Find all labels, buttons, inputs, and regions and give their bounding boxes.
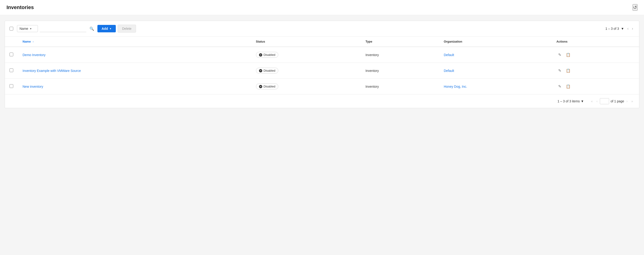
col-status-header: Status [251, 37, 361, 47]
row-type-cell: Inventory [361, 79, 439, 94]
delete-label: Delete [122, 27, 131, 31]
row-type-cell: Inventory [361, 47, 439, 63]
edit-button[interactable]: ✎ [556, 83, 563, 90]
row-type-value: Inventory [366, 53, 379, 57]
row-org-cell: Default [439, 63, 552, 79]
toolbar-next-button[interactable]: › [630, 26, 634, 32]
col-name-header[interactable]: Name ↑ [18, 37, 251, 47]
history-button[interactable]: ↺ [632, 4, 638, 11]
search-button[interactable]: 🔍 [88, 25, 96, 32]
filter-select-label: Name [20, 27, 28, 31]
row-name-link[interactable]: Inventory Example with VMWare Source [22, 69, 81, 73]
filter-chevron-icon: ▼ [30, 28, 32, 30]
toolbar-count: 1 – 3 of 3 [606, 27, 619, 31]
row-status-cell: Disabled [251, 63, 361, 79]
row-name-cell: Inventory Example with VMWare Source [18, 63, 251, 79]
row-type-cell: Inventory [361, 63, 439, 79]
delete-button[interactable]: Delete [118, 25, 136, 33]
copy-button[interactable]: 📋 [564, 68, 572, 74]
table-row: Demo Inventory Disabled Inventory Defaul… [5, 47, 639, 63]
select-all-checkbox[interactable] [10, 27, 13, 31]
toolbar: Name ▼ 🔍 Add ▼ Delete 1 – 3 of 3 ▼ ‹ › [5, 21, 639, 37]
row-name-link[interactable]: Demo Inventory [22, 53, 46, 57]
row-org-link[interactable]: Default [444, 53, 454, 57]
col-name-label: Name [22, 40, 31, 43]
col-type-label: Type [366, 40, 372, 43]
footer-page-nav: « ‹ 1 of 1 page › » [590, 98, 634, 104]
edit-button[interactable]: ✎ [556, 52, 563, 58]
footer-first-button[interactable]: « [590, 98, 594, 104]
row-type-value: Inventory [366, 85, 379, 88]
col-actions-label: Actions [556, 40, 568, 43]
footer-page-input-wrapper: 1 of 1 page [600, 98, 624, 104]
add-button[interactable]: Add ▼ [98, 25, 116, 32]
col-org-label: Organization [444, 40, 462, 43]
row-checkbox-2[interactable] [10, 84, 13, 88]
table-container: Name ▼ 🔍 Add ▼ Delete 1 – 3 of 3 ▼ ‹ › [5, 21, 639, 108]
row-status-cell: Disabled [251, 79, 361, 94]
footer-count-label: 1 – 3 of 3 items [558, 99, 580, 103]
toolbar-nav: ‹ › [626, 26, 634, 32]
row-name-link[interactable]: New inventory [22, 85, 43, 88]
row-org-link[interactable]: Default [444, 69, 454, 73]
row-org-cell: Default [439, 47, 552, 63]
footer-of-page-label: of 1 page [610, 99, 624, 103]
table-row: New inventory Disabled Inventory Honey D… [5, 79, 639, 94]
table-body: Demo Inventory Disabled Inventory Defaul… [5, 47, 639, 94]
footer-pagination: 1 – 3 of 3 items ▼ « ‹ 1 of 1 page › » [5, 94, 639, 108]
col-actions-header: Actions [552, 37, 639, 47]
page-title: Inventories [6, 5, 34, 11]
add-label: Add [102, 27, 108, 31]
row-name-cell: New inventory [18, 79, 251, 94]
toolbar-prev-button[interactable]: ‹ [626, 26, 630, 32]
row-checkbox-1[interactable] [10, 68, 13, 72]
row-checkbox-cell [5, 63, 18, 79]
footer-next-button[interactable]: › [625, 98, 629, 104]
row-checkbox-0[interactable] [10, 53, 13, 56]
copy-button[interactable]: 📋 [564, 83, 572, 90]
main-content: Name ▼ 🔍 Add ▼ Delete 1 – 3 of 3 ▼ ‹ › [0, 15, 644, 114]
col-status-label: Status [256, 40, 265, 43]
footer-last-button[interactable]: » [630, 98, 634, 104]
toolbar-pagination: 1 – 3 of 3 ▼ ‹ › [606, 26, 634, 32]
table-header: Name ↑ Status Type Organization Actions [5, 37, 639, 47]
edit-button[interactable]: ✎ [556, 68, 563, 74]
search-input[interactable] [40, 25, 86, 32]
footer-count-chevron: ▼ [581, 99, 584, 103]
row-org-link[interactable]: Honey Dog, Inc. [444, 85, 467, 88]
footer-page-input[interactable]: 1 [600, 98, 609, 104]
status-label: Disabled [264, 53, 276, 57]
row-org-cell: Honey Dog, Inc. [439, 79, 552, 94]
status-dot-icon [259, 53, 262, 57]
copy-button[interactable]: 📋 [564, 52, 572, 58]
status-label: Disabled [264, 85, 276, 88]
col-org-header: Organization [439, 37, 552, 47]
status-dot-icon [259, 85, 262, 88]
status-label: Disabled [264, 69, 276, 72]
sort-icon: ↑ [32, 40, 34, 43]
row-checkbox-cell [5, 47, 18, 63]
status-badge: Disabled [256, 84, 278, 89]
toolbar-count-chevron: ▼ [621, 27, 624, 31]
status-badge: Disabled [256, 68, 278, 74]
footer-items-count: 1 – 3 of 3 items ▼ [558, 99, 584, 103]
row-actions-cell: ✎ 📋 [552, 47, 639, 63]
row-actions-cell: ✎ 📋 [552, 63, 639, 79]
row-actions-cell: ✎ 📋 [552, 79, 639, 94]
col-type-header: Type [361, 37, 439, 47]
footer-prev-button[interactable]: ‹ [595, 98, 599, 104]
row-type-value: Inventory [366, 69, 379, 73]
filter-select[interactable]: Name ▼ [17, 25, 38, 32]
select-all-wrapper [10, 27, 13, 31]
row-name-cell: Demo Inventory [18, 47, 251, 63]
status-dot-icon [259, 69, 262, 72]
inventories-table: Name ↑ Status Type Organization Actions [5, 37, 639, 94]
page-header: Inventories ↺ [0, 0, 644, 15]
table-row: Inventory Example with VMWare Source Dis… [5, 63, 639, 79]
col-checkbox [5, 37, 18, 47]
row-status-cell: Disabled [251, 47, 361, 63]
status-badge: Disabled [256, 52, 278, 58]
add-chevron-icon: ▼ [109, 28, 112, 30]
search-icon: 🔍 [90, 27, 94, 31]
row-checkbox-cell [5, 79, 18, 94]
